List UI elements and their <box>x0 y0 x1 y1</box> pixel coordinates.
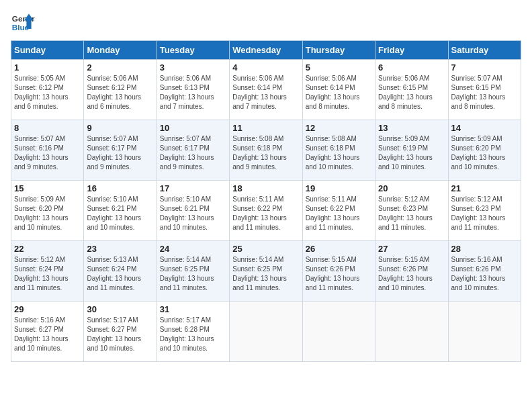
day-number: 19 <box>306 183 372 193</box>
calendar-cell: 30Sunrise: 5:17 AMSunset: 6:27 PMDayligh… <box>84 302 157 362</box>
calendar-cell: 4Sunrise: 5:06 AMSunset: 6:14 PMDaylight… <box>230 60 302 120</box>
day-info: Sunrise: 5:05 AMSunset: 6:12 PMDaylight:… <box>14 75 69 110</box>
day-number: 25 <box>232 244 299 254</box>
calendar-cell: 9Sunrise: 5:07 AMSunset: 6:17 PMDaylight… <box>84 120 157 181</box>
day-number: 3 <box>160 62 226 73</box>
day-info: Sunrise: 5:08 AMSunset: 6:18 PMDaylight:… <box>232 135 287 171</box>
day-info: Sunrise: 5:16 AMSunset: 6:26 PMDaylight:… <box>451 256 506 291</box>
day-number: 15 <box>14 183 81 193</box>
day-info: Sunrise: 5:06 AMSunset: 6:12 PMDaylight:… <box>87 75 141 110</box>
calendar-cell <box>375 302 448 362</box>
day-info: Sunrise: 5:06 AMSunset: 6:15 PMDaylight:… <box>378 75 433 110</box>
day-info: Sunrise: 5:09 AMSunset: 6:19 PMDaylight:… <box>378 135 433 171</box>
calendar-cell: 5Sunrise: 5:06 AMSunset: 6:14 PMDaylight… <box>302 60 375 120</box>
calendar-cell <box>448 302 521 362</box>
day-number: 22 <box>14 244 81 254</box>
calendar-week-row: 1Sunrise: 5:05 AMSunset: 6:12 PMDaylight… <box>11 60 521 120</box>
day-info: Sunrise: 5:17 AMSunset: 6:27 PMDaylight:… <box>87 316 141 352</box>
day-info: Sunrise: 5:15 AMSunset: 6:26 PMDaylight:… <box>306 256 360 291</box>
day-number: 23 <box>87 244 153 254</box>
day-number: 30 <box>87 304 153 314</box>
calendar-cell: 18Sunrise: 5:11 AMSunset: 6:22 PMDayligh… <box>230 181 302 241</box>
calendar-cell: 31Sunrise: 5:17 AMSunset: 6:28 PMDayligh… <box>157 302 229 362</box>
calendar-cell: 29Sunrise: 5:16 AMSunset: 6:27 PMDayligh… <box>11 302 84 362</box>
calendar-week-row: 22Sunrise: 5:12 AMSunset: 6:24 PMDayligh… <box>11 241 521 302</box>
day-info: Sunrise: 5:12 AMSunset: 6:24 PMDaylight:… <box>14 256 69 291</box>
day-info: Sunrise: 5:13 AMSunset: 6:24 PMDaylight:… <box>87 256 141 291</box>
day-number: 18 <box>232 183 299 193</box>
calendar-cell: 26Sunrise: 5:15 AMSunset: 6:26 PMDayligh… <box>302 241 375 302</box>
day-number: 29 <box>14 304 81 314</box>
calendar-cell: 10Sunrise: 5:07 AMSunset: 6:17 PMDayligh… <box>157 120 229 181</box>
day-number: 2 <box>87 62 153 73</box>
day-info: Sunrise: 5:06 AMSunset: 6:14 PMDaylight:… <box>306 75 360 110</box>
calendar-cell: 27Sunrise: 5:15 AMSunset: 6:26 PMDayligh… <box>375 241 448 302</box>
calendar-cell: 21Sunrise: 5:12 AMSunset: 6:23 PMDayligh… <box>448 181 521 241</box>
day-info: Sunrise: 5:14 AMSunset: 6:25 PMDaylight:… <box>160 256 214 291</box>
day-number: 16 <box>87 183 153 193</box>
day-number: 14 <box>451 123 518 133</box>
day-number: 20 <box>378 183 445 193</box>
page-header: General Blue <box>11 11 521 35</box>
calendar-cell: 2Sunrise: 5:06 AMSunset: 6:12 PMDaylight… <box>84 60 157 120</box>
day-info: Sunrise: 5:11 AMSunset: 6:22 PMDaylight:… <box>306 195 360 231</box>
day-info: Sunrise: 5:09 AMSunset: 6:20 PMDaylight:… <box>14 195 69 231</box>
weekday-header: Monday <box>84 41 157 60</box>
day-number: 21 <box>451 183 518 193</box>
day-number: 10 <box>160 123 226 133</box>
calendar-cell <box>302 302 375 362</box>
calendar-cell: 16Sunrise: 5:10 AMSunset: 6:21 PMDayligh… <box>84 181 157 241</box>
day-info: Sunrise: 5:07 AMSunset: 6:15 PMDaylight:… <box>451 75 506 110</box>
day-number: 9 <box>87 123 153 133</box>
weekday-header: Friday <box>375 41 448 60</box>
day-info: Sunrise: 5:14 AMSunset: 6:25 PMDaylight:… <box>232 256 287 291</box>
calendar-cell: 11Sunrise: 5:08 AMSunset: 6:18 PMDayligh… <box>230 120 302 181</box>
calendar-week-row: 15Sunrise: 5:09 AMSunset: 6:20 PMDayligh… <box>11 181 521 241</box>
calendar-cell: 13Sunrise: 5:09 AMSunset: 6:19 PMDayligh… <box>375 120 448 181</box>
calendar-cell: 23Sunrise: 5:13 AMSunset: 6:24 PMDayligh… <box>84 241 157 302</box>
calendar-cell <box>230 302 302 362</box>
day-info: Sunrise: 5:16 AMSunset: 6:27 PMDaylight:… <box>14 316 69 352</box>
day-number: 8 <box>14 123 81 133</box>
weekday-header: Sunday <box>11 41 84 60</box>
day-number: 26 <box>306 244 372 254</box>
day-info: Sunrise: 5:10 AMSunset: 6:21 PMDaylight:… <box>87 195 141 231</box>
calendar-cell: 28Sunrise: 5:16 AMSunset: 6:26 PMDayligh… <box>448 241 521 302</box>
day-info: Sunrise: 5:06 AMSunset: 6:14 PMDaylight:… <box>232 75 287 110</box>
day-number: 13 <box>378 123 445 133</box>
logo-icon: General Blue <box>11 11 35 35</box>
weekday-header-row: SundayMondayTuesdayWednesdayThursdayFrid… <box>11 41 521 60</box>
weekday-header: Saturday <box>448 41 521 60</box>
calendar-cell: 7Sunrise: 5:07 AMSunset: 6:15 PMDaylight… <box>448 60 521 120</box>
logo: General Blue <box>11 11 35 35</box>
day-info: Sunrise: 5:10 AMSunset: 6:21 PMDaylight:… <box>160 195 214 231</box>
calendar-table: SundayMondayTuesdayWednesdayThursdayFrid… <box>11 40 521 362</box>
day-number: 4 <box>232 62 299 73</box>
day-number: 11 <box>232 123 299 133</box>
day-number: 12 <box>306 123 372 133</box>
day-info: Sunrise: 5:09 AMSunset: 6:20 PMDaylight:… <box>451 135 506 171</box>
day-info: Sunrise: 5:07 AMSunset: 6:16 PMDaylight:… <box>14 135 69 171</box>
day-number: 5 <box>306 62 372 73</box>
calendar-cell: 24Sunrise: 5:14 AMSunset: 6:25 PMDayligh… <box>157 241 229 302</box>
calendar-cell: 25Sunrise: 5:14 AMSunset: 6:25 PMDayligh… <box>230 241 302 302</box>
day-info: Sunrise: 5:12 AMSunset: 6:23 PMDaylight:… <box>378 195 433 231</box>
day-number: 7 <box>451 62 518 73</box>
calendar-cell: 20Sunrise: 5:12 AMSunset: 6:23 PMDayligh… <box>375 181 448 241</box>
day-number: 17 <box>160 183 226 193</box>
day-info: Sunrise: 5:06 AMSunset: 6:13 PMDaylight:… <box>160 75 214 110</box>
day-number: 1 <box>14 62 81 73</box>
day-info: Sunrise: 5:07 AMSunset: 6:17 PMDaylight:… <box>87 135 141 171</box>
calendar-cell: 14Sunrise: 5:09 AMSunset: 6:20 PMDayligh… <box>448 120 521 181</box>
day-number: 27 <box>378 244 445 254</box>
weekday-header: Wednesday <box>230 41 302 60</box>
calendar-cell: 17Sunrise: 5:10 AMSunset: 6:21 PMDayligh… <box>157 181 229 241</box>
calendar-cell: 8Sunrise: 5:07 AMSunset: 6:16 PMDaylight… <box>11 120 84 181</box>
day-info: Sunrise: 5:07 AMSunset: 6:17 PMDaylight:… <box>160 135 214 171</box>
day-info: Sunrise: 5:15 AMSunset: 6:26 PMDaylight:… <box>378 256 433 291</box>
day-number: 31 <box>160 304 226 314</box>
weekday-header: Thursday <box>302 41 375 60</box>
calendar-cell: 19Sunrise: 5:11 AMSunset: 6:22 PMDayligh… <box>302 181 375 241</box>
day-info: Sunrise: 5:12 AMSunset: 6:23 PMDaylight:… <box>451 195 506 231</box>
day-info: Sunrise: 5:17 AMSunset: 6:28 PMDaylight:… <box>160 316 214 352</box>
